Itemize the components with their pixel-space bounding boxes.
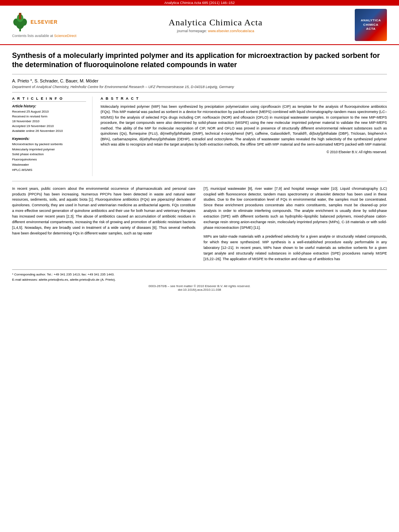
- journal-logo: ANALYTICACHIMICAACTA: [355, 9, 387, 41]
- email-note: E-mail addresses: ailette.prieto@elu.es,…: [12, 277, 387, 282]
- article-info-column: A R T I C L E I N F O Article history: R…: [12, 97, 93, 176]
- elsevier-tree-icon: [12, 12, 28, 32]
- history-label: Article history:: [12, 104, 86, 108]
- abstract-text: Molecularly imprinted polymer (MIP) has …: [101, 104, 387, 148]
- revised-label: Received in revised form: [12, 114, 86, 119]
- footnote-area: * Corresponding author. Tel.: +49 341 23…: [12, 269, 387, 282]
- authors-line: A. Prieto *, S. Schrader, C. Bauer, M. M…: [12, 78, 387, 83]
- keyword-6: HPLC-MS/MS: [12, 168, 86, 173]
- copyright: © 2010 Elsevier B.V. All rights reserved…: [101, 150, 387, 154]
- journal-homepage: journal homepage: www.elsevier.com/locat…: [169, 29, 262, 33]
- affiliation: Department of Analytical Chemistry, Helm…: [12, 85, 387, 92]
- top-citation-bar: Analytica Chimica Acta 685 (2011) 146–15…: [0, 0, 399, 6]
- homepage-link[interactable]: www.elsevier.com/locate/aca: [208, 29, 254, 33]
- keywords-section: Keywords: Microextraction by packed sorb…: [12, 137, 86, 173]
- doi-line: doi:10.1016/j.aca.2010.11.038: [12, 288, 387, 292]
- intro-left-body-text: In recent years, public concern about th…: [12, 186, 195, 236]
- svg-rect-5: [19, 13, 21, 19]
- journal-logo-text: ANALYTICACHIMICAACTA: [361, 18, 381, 31]
- received-date: Received 25 August 2010: [12, 109, 86, 114]
- bottom-bar: 0003-2670/$ – see front matter © 2010 El…: [12, 284, 387, 292]
- elsevier-label: ELSEVIER: [31, 19, 58, 25]
- article-history: Article history: Received 25 August 2010…: [12, 104, 86, 134]
- keyword-2: Molecularly imprinted polymer: [12, 147, 86, 152]
- article-info-abstract-section: A R T I C L E I N F O Article history: R…: [12, 97, 387, 176]
- elsevier-logo: ELSEVIER: [12, 12, 58, 32]
- section-divider: [12, 181, 387, 181]
- contents-label: Contents lists available at ScienceDirec…: [12, 34, 76, 38]
- intro-col-right-body: [7], municipal wastewater [8], river wat…: [204, 186, 387, 265]
- authors: A. Prieto *, S. Schrader, C. Bauer, M. M…: [12, 78, 99, 83]
- keyword-4: Fluoroquinolones: [12, 157, 86, 162]
- keyword-5: Wastewater: [12, 162, 86, 168]
- available-date: Available online 26 November 2010: [12, 129, 86, 134]
- intro-right-body-text-2: MIPs are tailor-made materials with a pr…: [204, 234, 387, 262]
- journal-citation: Analytica Chimica Acta 685 (2011) 146–15…: [164, 1, 234, 5]
- abstract-header: A B S T R A C T: [101, 97, 387, 102]
- intro-col-left-body: In recent years, public concern about th…: [12, 186, 195, 265]
- intro-right-body-text: [7], municipal wastewater [8], river wat…: [204, 186, 387, 231]
- keywords-label: Keywords:: [12, 137, 86, 141]
- revised-date: 18 November 2010: [12, 119, 86, 124]
- abstract-column: A B S T R A C T Molecularly imprinted po…: [101, 97, 387, 176]
- email-addresses: ailette.prieto@elu.es, ailette.prieto@uf…: [39, 278, 115, 281]
- contents-line: Contents lists available at ScienceDirec…: [12, 34, 76, 38]
- journal-header: ELSEVIER Contents lists available at Sci…: [0, 6, 399, 45]
- accepted-date: Accepted 19 November 2010: [12, 124, 86, 129]
- article-title: Synthesis of a molecularly imprinted pol…: [12, 51, 387, 74]
- intro-two-col-body: In recent years, public concern about th…: [12, 186, 387, 265]
- article-info-header: A R T I C L E I N F O: [12, 97, 86, 102]
- email-label: E-mail addresses:: [12, 278, 38, 281]
- issn-line: 0003-2670/$ – see front matter © 2010 El…: [12, 284, 387, 288]
- keyword-1: Microextraction by packed sorbents: [12, 142, 86, 147]
- journal-title: Analytica Chimica Acta: [169, 17, 262, 28]
- journal-title-block: Analytica Chimica Acta journal homepage:…: [169, 17, 262, 33]
- corresponding-author-note: * Corresponding author. Tel.: +49 341 23…: [12, 272, 387, 277]
- main-content: Synthesis of a molecularly imprinted pol…: [0, 45, 399, 298]
- keyword-3: Solid phase extraction: [12, 152, 86, 157]
- sciencedirect-link[interactable]: ScienceDirect: [54, 34, 77, 38]
